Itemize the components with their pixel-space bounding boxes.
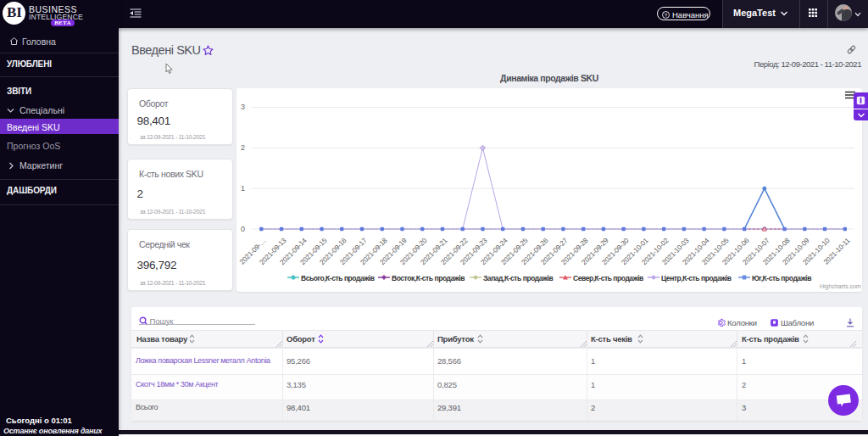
svg-text:?: ?	[665, 12, 668, 17]
